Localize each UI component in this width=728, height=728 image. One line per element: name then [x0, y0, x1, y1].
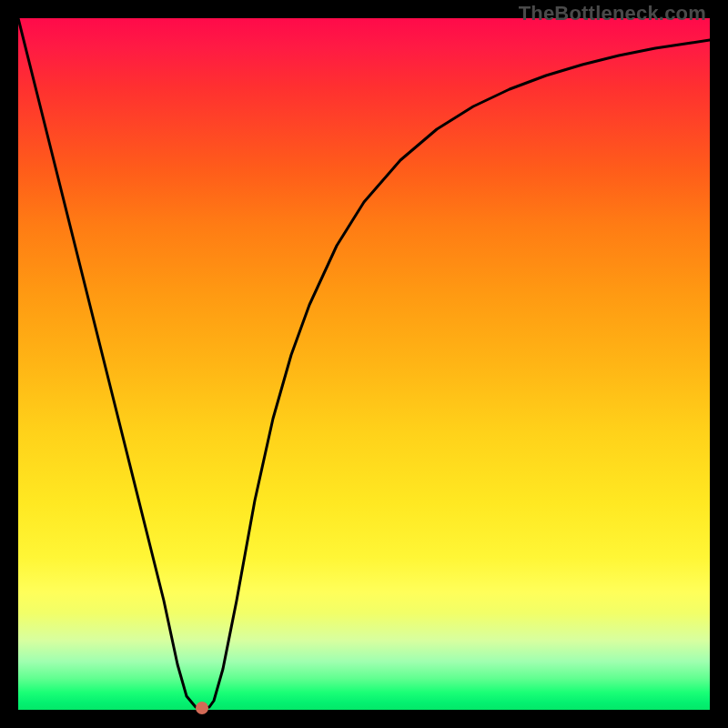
optimum-marker-icon — [196, 702, 208, 714]
bottleneck-curve — [18, 18, 710, 710]
credit-text: TheBottleneck.com — [519, 2, 706, 25]
chart-frame — [18, 18, 710, 710]
